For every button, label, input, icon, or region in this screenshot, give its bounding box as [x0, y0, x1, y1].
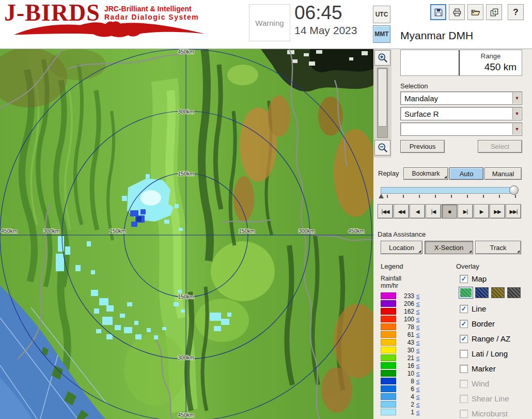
- magnifier-plus-icon: [377, 52, 388, 64]
- step-back-button[interactable]: |◀: [426, 204, 441, 219]
- legend-threshold-link[interactable]: ≤: [416, 292, 420, 300]
- legend-threshold-link[interactable]: ≤: [416, 308, 420, 315]
- lati-long-checkbox[interactable]: [460, 350, 468, 358]
- dropdown-arrow-icon[interactable]: ▼: [512, 92, 521, 104]
- replay-label: Replay: [378, 169, 399, 177]
- legend-threshold-link[interactable]: ≤: [416, 401, 420, 408]
- logo-subtitle-line2: Radar Dialogic System: [104, 13, 199, 21]
- ring-label: 300km: [178, 354, 194, 361]
- map-style-navy-swatch[interactable]: [475, 287, 489, 298]
- dropdown-arrow-icon[interactable]: ▼: [512, 108, 521, 119]
- legend-threshold-link[interactable]: ≤: [416, 354, 420, 362]
- legend-row: 21≤: [381, 354, 443, 362]
- save-button[interactable]: [430, 4, 446, 20]
- site-select-value: Mandalay: [404, 94, 438, 103]
- radar-map[interactable]: 450km 300km 150km 150km 300km 450km 450k…: [0, 49, 373, 419]
- map-style-olive-swatch[interactable]: [491, 287, 505, 298]
- dropdown-arrow-icon[interactable]: ▼: [512, 123, 521, 135]
- legend-threshold-link[interactable]: ≤: [416, 409, 420, 416]
- overlay-row-wind: Wind: [460, 379, 489, 388]
- mmt-button[interactable]: MMT: [373, 25, 390, 43]
- previous-button[interactable]: Previous: [400, 140, 445, 153]
- check-icon: ✓: [461, 335, 467, 343]
- transport-controls: |◀◀ ◀◀ ◀ |◀ ■ ▶| ▶ ▶▶ ▶▶|: [378, 204, 523, 219]
- border-checkbox[interactable]: ✓: [460, 320, 468, 328]
- legend-row: 30≤: [381, 346, 443, 354]
- logo-title: J-BIRDS: [4, 2, 100, 24]
- legend-threshold-link[interactable]: ≤: [416, 385, 420, 393]
- auto-button[interactable]: Auto: [449, 167, 483, 180]
- product-select[interactable]: Surface R ▼: [400, 107, 522, 120]
- range-box: Range 450 km: [400, 50, 522, 76]
- legend-row: 206≤: [381, 300, 443, 307]
- bookmark-button[interactable]: Bookmark: [403, 167, 448, 180]
- ring-label: 300km: [43, 228, 60, 234]
- play-backward-button[interactable]: ◀: [410, 204, 425, 219]
- jbirds-app: J-BIRDS JRC-Brilliant & Intelligent Rada…: [0, 0, 532, 419]
- toolbar: ?: [430, 4, 524, 20]
- map-style-dark-swatch[interactable]: [507, 287, 521, 298]
- printer-icon: [452, 7, 462, 18]
- range-az-checkbox[interactable]: ✓: [460, 335, 468, 343]
- overlay-row-shear-line: Shear Line: [460, 394, 509, 403]
- legend-color-swatch: [381, 300, 396, 307]
- select-button[interactable]: Select: [478, 140, 522, 153]
- extra-select[interactable]: ▼: [400, 122, 522, 136]
- legend-color-swatch: [381, 378, 396, 384]
- timezone-toggle: UTC MMT: [373, 6, 390, 43]
- map-style-green-swatch[interactable]: [459, 287, 473, 298]
- zoom-out-button[interactable]: [374, 140, 390, 156]
- marker-checkbox[interactable]: [460, 365, 468, 373]
- manual-button[interactable]: Manual: [484, 167, 522, 180]
- track-button[interactable]: Track: [475, 241, 521, 254]
- zoom-scrollbar[interactable]: [377, 68, 388, 138]
- legend-threshold-link[interactable]: ≤: [416, 300, 420, 307]
- stop-button[interactable]: ■: [442, 204, 457, 219]
- overlay-row-range-az: ✓ Range / AZ: [460, 334, 510, 343]
- warning-button[interactable]: Warning: [249, 4, 290, 41]
- legend-threshold-link[interactable]: ≤: [416, 393, 420, 400]
- timeline-thumb[interactable]: [509, 185, 519, 195]
- zoom-scrollbar-thumb[interactable]: [378, 69, 387, 127]
- legend-row: 8≤: [381, 377, 443, 385]
- play-button[interactable]: ▶: [474, 204, 489, 219]
- legend-threshold-link[interactable]: ≤: [416, 370, 420, 377]
- jump-start-button[interactable]: |◀◀: [378, 204, 393, 219]
- legend-row: 233≤: [381, 292, 443, 300]
- utc-button[interactable]: UTC: [373, 6, 390, 23]
- location-button[interactable]: Location: [381, 241, 423, 254]
- print-button[interactable]: [449, 4, 465, 20]
- legend-color-swatch: [381, 347, 396, 353]
- legend-threshold-link[interactable]: ≤: [416, 331, 420, 338]
- ring-label: 150km: [178, 293, 194, 300]
- legend-threshold-link[interactable]: ≤: [416, 323, 420, 331]
- ring-label: 450km: [1, 228, 18, 234]
- fast-rewind-button[interactable]: ◀◀: [394, 204, 409, 219]
- rainfall-legend: 233≤ 206≤ 162≤ 100≤ 78≤ 61≤ 43≤ 30≤ 21≤ …: [381, 292, 443, 416]
- fast-forward-button[interactable]: ▶▶: [490, 204, 505, 219]
- site-select[interactable]: Mandalay ▼: [400, 91, 522, 105]
- legend-row: 162≤: [381, 307, 443, 315]
- zoom-in-button[interactable]: [374, 50, 390, 66]
- line-checkbox[interactable]: ✓: [460, 305, 468, 313]
- legend-threshold-link[interactable]: ≤: [416, 339, 420, 346]
- step-forward-button[interactable]: ▶|: [458, 204, 473, 219]
- legend-row: 100≤: [381, 315, 443, 323]
- copy-image-button[interactable]: [486, 4, 502, 20]
- map-checkbox[interactable]: ✓: [460, 275, 468, 283]
- jump-end-button[interactable]: ▶▶|: [506, 204, 521, 219]
- shear-line-checkbox: [460, 395, 468, 403]
- open-file-button[interactable]: [467, 4, 483, 20]
- overlay-row-lati-long: Lati / Long: [460, 349, 508, 358]
- legend-row: 6≤: [381, 385, 443, 393]
- check-icon: ✓: [461, 320, 467, 328]
- xsection-button[interactable]: X-Section: [425, 241, 473, 254]
- legend-threshold-link[interactable]: ≤: [416, 316, 420, 323]
- ring-label: 150km: [239, 228, 255, 234]
- timeline-slider[interactable]: [381, 187, 518, 194]
- legend-threshold-link[interactable]: ≤: [416, 362, 420, 369]
- legend-color-swatch: [381, 385, 396, 392]
- legend-threshold-link[interactable]: ≤: [416, 378, 420, 385]
- legend-threshold-link[interactable]: ≤: [416, 347, 420, 354]
- help-button[interactable]: ?: [508, 4, 524, 20]
